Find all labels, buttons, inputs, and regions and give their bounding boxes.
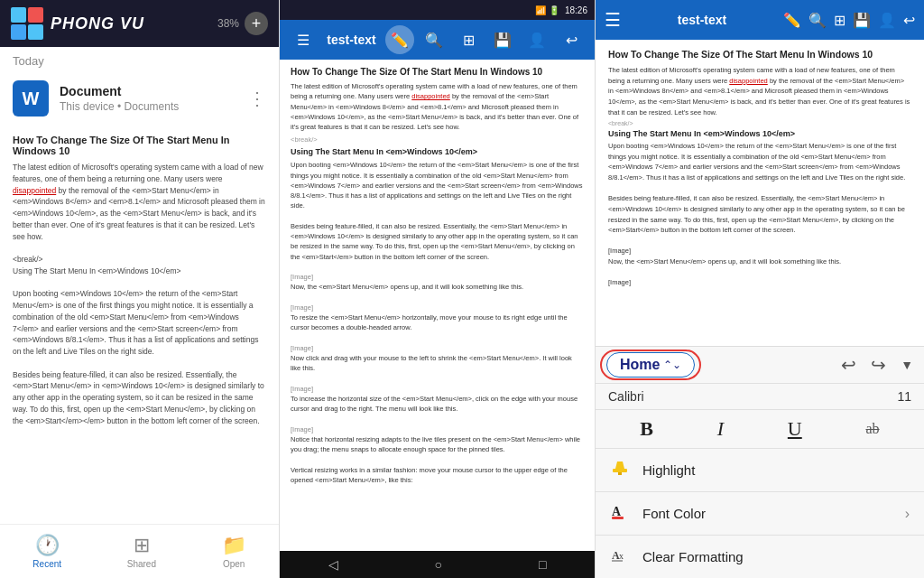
svg-text:A: A: [612, 505, 622, 518]
doc-info: Document This device • Documents: [60, 84, 237, 113]
doc-sub: This device • Documents: [60, 100, 237, 113]
doc-preview-text: The latest edition of Microsoft's operat…: [13, 162, 266, 426]
underline-button[interactable]: U: [788, 417, 802, 441]
clear-fmt-icon: A x: [610, 545, 630, 569]
highlight-row[interactable]: Highlight: [596, 449, 924, 492]
font-row: Calibri 11: [596, 384, 924, 410]
right-section-header: Using The Start Menu In <em>Windows 10</…: [608, 129, 911, 138]
nav-shared-label: Shared: [127, 559, 156, 569]
right-body-text: Upon booting <em>Windows 10</em> the ret…: [608, 141, 911, 288]
doc-more-button[interactable]: ⋮: [248, 88, 266, 109]
clear-fmt-svg: A x: [610, 545, 630, 564]
section-header: Using The Start Menu In <em>Windows 10</…: [291, 147, 584, 156]
home-row-right: ↩ ↪ ▼: [841, 354, 913, 376]
right-hamburger-icon[interactable]: ☰: [605, 9, 621, 31]
recents-button[interactable]: □: [539, 557, 546, 572]
right-title: test-text: [626, 13, 778, 27]
home-selector-text: Home: [620, 357, 660, 373]
font-color-row[interactable]: A Font Color ›: [596, 492, 924, 536]
left-bottom-nav: 🕐 Recent ⊞ Shared 📁 Open: [0, 524, 279, 578]
status-icons: 📶 🔋: [535, 5, 559, 15]
doc-preview-title: How To Change The Size Of The Start Menu…: [13, 135, 266, 156]
document-item[interactable]: W Document This device • Documents ⋮: [0, 71, 279, 126]
shared-icon: ⊞: [134, 534, 150, 557]
right-doc-text: The latest edition of Microsoft's operat…: [608, 65, 911, 117]
font-name-label: Calibri: [608, 389, 897, 404]
doc-icon: W: [13, 80, 49, 117]
right-toolbar-overlay: Home ⌃⌄ ↩ ↪ ▼ Calibri 11 B I U ab: [596, 346, 924, 578]
format-row: B I U ab: [596, 410, 924, 449]
home-redo-icon[interactable]: ↪: [871, 354, 886, 376]
nav-open-label: Open: [223, 559, 245, 569]
add-button[interactable]: +: [245, 12, 268, 35]
right-break-tag: <break/>: [608, 120, 911, 126]
mid-top-bar: ☰ test-text ✏️ 🔍 ⊞ 💾 👤 ↩: [280, 20, 595, 60]
svg-marker-1: [615, 461, 624, 469]
mid-pencil-icon[interactable]: ✏️: [385, 25, 414, 54]
right-grid-icon[interactable]: ⊞: [834, 12, 845, 29]
mid-user-icon[interactable]: 👤: [522, 25, 551, 54]
strikethrough-button[interactable]: ab: [865, 421, 879, 437]
logo-squares: [11, 7, 43, 40]
font-color-arrow-icon: ›: [905, 506, 910, 522]
left-top-bar-right: 38% +: [217, 12, 268, 35]
today-label: Today: [0, 47, 279, 71]
nav-recent[interactable]: 🕐 Recent: [32, 534, 61, 569]
mid-grid-icon[interactable]: ⊞: [454, 25, 483, 54]
font-color-label: Font Color: [642, 506, 892, 521]
left-doc-preview: How To Change The Size Of The Start Menu…: [0, 126, 279, 524]
left-panel: PHONG VU 38% + Today W Document This dev…: [0, 0, 280, 578]
logo-sq-2: [28, 7, 43, 23]
percentage-text: 38%: [217, 17, 239, 30]
mid-save-icon[interactable]: 💾: [488, 25, 517, 54]
right-panel: ☰ test-text ✏️ 🔍 ⊞ 💾 👤 ↩ How To Change T…: [596, 0, 924, 578]
right-user-icon[interactable]: 👤: [878, 12, 896, 29]
home-button[interactable]: ○: [435, 557, 442, 572]
phong-vu-logo: PHONG VU: [11, 7, 144, 40]
mid-bottom-sys: ◁ ○ □: [280, 551, 595, 578]
font-color-svg: A: [610, 501, 630, 521]
mid-undo-icon[interactable]: ↩: [557, 25, 586, 54]
mid-content: How To Change The Size Of The Start Menu…: [280, 60, 595, 551]
back-button[interactable]: ◁: [328, 557, 338, 572]
mid-title: test-text: [323, 33, 380, 47]
home-undo-icon[interactable]: ↩: [841, 354, 856, 376]
open-icon: 📁: [222, 534, 246, 557]
right-top-bar: ☰ test-text ✏️ 🔍 ⊞ 💾 👤 ↩: [596, 0, 924, 40]
nav-open[interactable]: 📁 Open: [222, 534, 246, 569]
svg-text:x: x: [619, 551, 624, 561]
break-tag: <break/>: [291, 135, 584, 144]
home-dropdown-arrow-icon[interactable]: ▼: [901, 358, 913, 372]
home-row: Home ⌃⌄ ↩ ↪ ▼: [596, 347, 924, 384]
right-pencil-icon[interactable]: ✏️: [783, 12, 801, 29]
mid-status-bar: 📶 🔋 18:26: [280, 0, 595, 20]
italic-button[interactable]: I: [717, 417, 724, 441]
mid-content-title: How To Change The Size Of The Start Menu…: [291, 67, 584, 77]
svg-rect-4: [612, 517, 624, 519]
clear-fmt-label: Clear Formatting: [642, 549, 744, 564]
right-search-icon[interactable]: 🔍: [808, 12, 827, 29]
highlight-label: Highlight: [642, 462, 910, 478]
logo-sq-4: [28, 24, 43, 40]
right-toolbar-icons: ✏️ 🔍 ⊞ 💾 👤 ↩: [783, 12, 915, 29]
font-color-icon: A: [610, 501, 630, 526]
home-chevron-icon: ⌃⌄: [663, 359, 681, 371]
home-selector[interactable]: Home ⌃⌄: [606, 352, 695, 378]
nav-shared[interactable]: ⊞ Shared: [127, 534, 156, 569]
right-undo-icon[interactable]: ↩: [903, 12, 915, 29]
left-top-bar: PHONG VU 38% +: [0, 0, 279, 47]
bold-button[interactable]: B: [640, 417, 653, 441]
mid-content-text: The latest edition of Microsoft's operat…: [291, 81, 584, 132]
right-doc-title: How To Change The Size Of The Start Menu…: [608, 49, 911, 60]
middle-panel: 📶 🔋 18:26 ☰ test-text ✏️ 🔍 ⊞ 💾 👤 ↩ How T…: [280, 0, 596, 578]
right-doc-content: How To Change The Size Of The Start Menu…: [596, 40, 924, 346]
doc-name: Document: [60, 84, 237, 98]
svg-rect-0: [613, 469, 627, 472]
mid-hamburger-icon[interactable]: ☰: [289, 25, 318, 54]
clear-formatting-row[interactable]: A x Clear Formatting: [596, 536, 924, 578]
right-save-icon[interactable]: 💾: [853, 12, 871, 29]
recent-icon: 🕐: [35, 534, 60, 557]
mid-search-icon[interactable]: 🔍: [420, 25, 448, 54]
logo-sq-3: [11, 24, 26, 40]
highlight-icon: [610, 458, 630, 482]
